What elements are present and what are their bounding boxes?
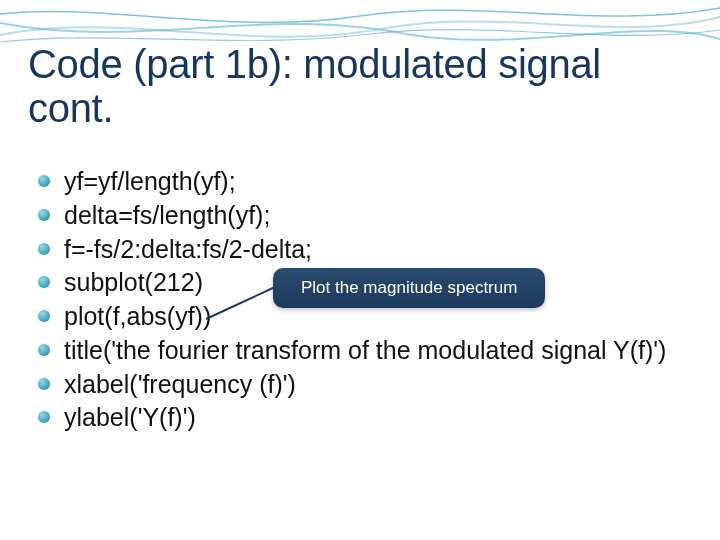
bullet-icon — [38, 243, 50, 255]
bullet-icon — [38, 411, 50, 423]
bullet-icon — [38, 378, 50, 390]
list-item: f=-fs/2:delta:fs/2-delta; — [38, 233, 700, 267]
callout-box: Plot the magnitude spectrum — [273, 268, 545, 308]
slide-title: Code (part 1b): modulated signal cont. — [28, 42, 692, 130]
list-item: ylabel('Y(f)') — [38, 401, 700, 435]
list-item-text: yf=yf/length(yf); — [64, 167, 236, 195]
bullet-icon — [38, 344, 50, 356]
list-item-text: title('the fourier transform of the modu… — [64, 336, 666, 364]
list-item: title('the fourier transform of the modu… — [38, 334, 700, 368]
list-item-text: delta=fs/length(yf); — [64, 201, 270, 229]
list-item-text: subplot(212) — [64, 268, 203, 296]
list-item: delta=fs/length(yf); — [38, 199, 700, 233]
list-item-text: plot(f,abs(yf)) — [64, 302, 211, 330]
bullet-icon — [38, 175, 50, 187]
bullet-icon — [38, 276, 50, 288]
bullet-icon — [38, 310, 50, 322]
list-item: xlabel('frequency (f)') — [38, 368, 700, 402]
bullet-icon — [38, 209, 50, 221]
list-item-text: f=-fs/2:delta:fs/2-delta; — [64, 235, 312, 263]
list-item-text: xlabel('frequency (f)') — [64, 370, 296, 398]
slide: Code (part 1b): modulated signal cont. y… — [0, 0, 720, 540]
list-item-text: ylabel('Y(f)') — [64, 403, 196, 431]
list-item: yf=yf/length(yf); — [38, 165, 700, 199]
